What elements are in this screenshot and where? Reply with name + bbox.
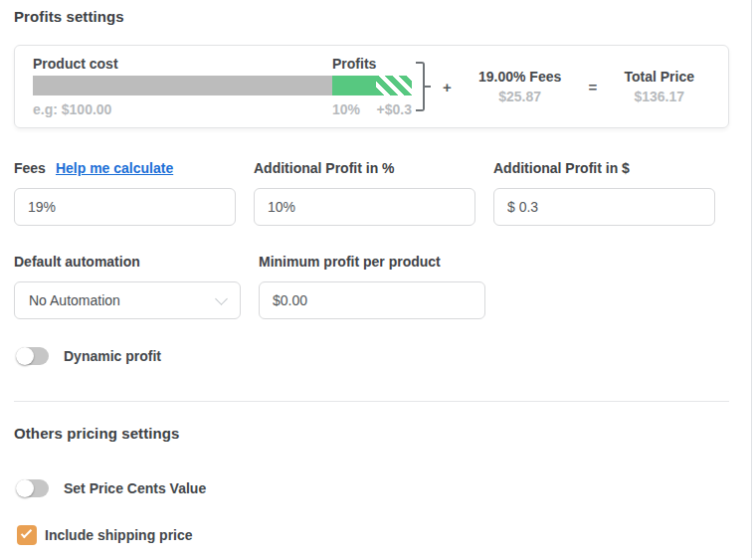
bar-values-row: e.g: $100.00 10% +$0.3 — [33, 101, 412, 117]
set-price-cents-label: Set Price Cents Value — [64, 480, 206, 496]
default-automation-label-row: Default automation — [14, 254, 241, 270]
product-cost-bar-segment — [33, 76, 332, 95]
fees-percent-label: 19.00% Fees — [478, 69, 561, 85]
price-bar-diagram: Product cost Profits e.g: $100.00 10% +$… — [33, 56, 412, 117]
profit-form-row-1: Fees Help me calculate Additional Profit… — [14, 160, 715, 226]
equals-sign: = — [588, 79, 597, 95]
pricing-diagram-card: Product cost Profits e.g: $100.00 10% +$… — [14, 45, 729, 128]
default-automation-value: No Automation — [29, 292, 120, 308]
product-cost-example: e.g: $100.00 — [33, 101, 111, 117]
others-section-title: Others pricing settings — [14, 425, 715, 442]
total-price-summary: Total Price $136.17 — [624, 69, 694, 104]
default-automation-label: Default automation — [14, 254, 140, 270]
dynamic-profit-toggle[interactable] — [16, 347, 49, 365]
profit-extra-value: +$0.3 — [377, 101, 412, 117]
total-price-label: Total Price — [624, 69, 694, 85]
additional-profit-dollar-label-row: Additional Profit in $ — [493, 160, 715, 176]
default-automation-field: Default automation No Automation — [14, 254, 241, 319]
toggle-knob — [16, 479, 34, 497]
set-price-cents-row: Set Price Cents Value — [14, 479, 715, 497]
price-calculation: + 19.00% Fees $25.87 = Total Price $136.… — [425, 69, 718, 104]
include-shipping-checkbox[interactable] — [17, 525, 37, 545]
chevron-down-icon — [215, 292, 228, 305]
fees-label-row: Fees Help me calculate — [14, 160, 236, 176]
set-price-cents-toggle[interactable] — [16, 479, 49, 497]
min-profit-label: Minimum profit per product — [259, 254, 441, 270]
total-price-amount: $136.17 — [634, 89, 684, 104]
additional-profit-percent-field: Additional Profit in % — [254, 160, 475, 226]
additional-profit-percent-label-row: Additional Profit in % — [254, 160, 475, 176]
additional-profit-dollar-label: Additional Profit in $ — [493, 160, 630, 176]
fees-input[interactable] — [14, 188, 236, 226]
plus-sign: + — [443, 79, 452, 95]
fees-summary: 19.00% Fees $25.87 — [478, 69, 561, 104]
min-profit-field: Minimum profit per product — [259, 254, 485, 319]
check-icon — [21, 527, 32, 538]
dynamic-profit-label: Dynamic profit — [64, 348, 161, 364]
additional-profit-dollar-field: Additional Profit in $ — [493, 160, 715, 226]
fees-label: Fees — [14, 160, 46, 176]
fees-field: Fees Help me calculate — [14, 160, 236, 226]
additional-profit-percent-input[interactable] — [254, 188, 475, 226]
additional-profit-percent-label: Additional Profit in % — [254, 160, 395, 176]
brace-icon — [416, 62, 425, 111]
min-profit-input[interactable] — [259, 281, 485, 319]
page-title: Profits settings — [14, 8, 715, 25]
bar-labels-row: Product cost Profits — [33, 56, 412, 72]
include-shipping-label: Include shipping price — [45, 527, 193, 543]
profit-form-row-2: Default automation No Automation Minimum… — [14, 254, 715, 319]
fees-amount: $25.87 — [498, 89, 541, 104]
dynamic-profit-row: Dynamic profit — [14, 347, 715, 365]
toggle-knob — [16, 347, 34, 365]
profit-percent-value: 10% — [332, 101, 360, 117]
price-bar — [33, 76, 412, 95]
profit-percent-bar-segment — [332, 76, 376, 95]
panel-right-border — [751, 0, 752, 558]
include-shipping-row: Include shipping price — [14, 525, 715, 545]
profit-settings-page: Profits settings Product cost Profits e.… — [0, 0, 715, 545]
additional-profit-dollar-input[interactable] — [493, 188, 715, 226]
profit-extra-bar-segment — [376, 76, 412, 95]
help-me-calculate-link[interactable]: Help me calculate — [56, 160, 173, 176]
profits-label: Profits — [332, 56, 376, 72]
section-divider — [14, 401, 729, 402]
default-automation-select[interactable]: No Automation — [14, 281, 241, 319]
min-profit-label-row: Minimum profit per product — [259, 254, 485, 270]
product-cost-label: Product cost — [33, 56, 118, 72]
